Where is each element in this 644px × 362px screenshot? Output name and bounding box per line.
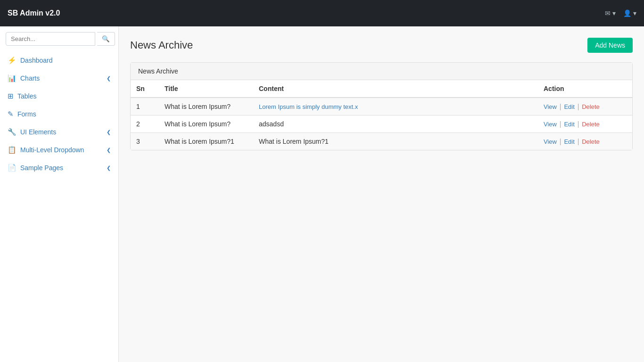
cell-content: adsadsd <box>253 115 538 133</box>
search-button[interactable]: 🔍 <box>97 32 115 46</box>
cell-action: View | Edit | Delete <box>538 98 632 115</box>
cell-action: View | Edit | Delete <box>538 115 632 133</box>
separator: | <box>576 120 581 128</box>
search-icon: 🔍 <box>102 35 110 42</box>
sidebar-item-tables[interactable]: ⊞ Tables <box>0 87 118 105</box>
page-title: News Archive <box>130 39 193 51</box>
cell-title: What is Lorem Ipsum? <box>159 115 253 133</box>
table-row: 2What is Lorem Ipsum?adsadsdView | Edit … <box>131 115 632 133</box>
view-link[interactable]: View <box>544 121 557 128</box>
brand-title: SB Admin v2.0 <box>8 9 60 17</box>
sidebar-item-multi-level[interactable]: 📋 Multi-Level Dropdown <box>0 141 118 159</box>
edit-link[interactable]: Edit <box>564 121 574 128</box>
top-navbar: SB Admin v2.0 ✉ ▾ 👤 ▾ <box>0 0 644 26</box>
table-icon: ⊞ <box>8 92 14 100</box>
user-dropdown-arrow: ▾ <box>633 9 636 17</box>
user-dropdown-button[interactable]: 👤 ▾ <box>623 9 636 17</box>
search-input[interactable] <box>6 32 95 46</box>
news-table: Sn Title Content Action 1What is Lorem I… <box>131 80 632 150</box>
cell-sn: 3 <box>131 133 159 150</box>
separator: | <box>558 120 563 128</box>
cell-content: What is Lorem Ipsum?1 <box>253 133 538 150</box>
chevron-icon <box>107 75 111 82</box>
main-layout: 🔍 ⚡ Dashboard 📊 Charts ⊞ Tables ✎ <box>0 26 644 362</box>
sidebar-item-label: Multi-Level Dropdown <box>20 146 84 154</box>
separator: | <box>558 138 563 145</box>
search-box: 🔍 <box>0 26 118 51</box>
delete-link[interactable]: Delete <box>582 138 600 145</box>
chevron-icon <box>107 165 111 171</box>
sidebar-item-label: Dashboard <box>20 57 53 64</box>
col-header-sn: Sn <box>131 80 159 98</box>
table-row: 1What is Lorem Ipsum?Lorem Ipsum is simp… <box>131 98 632 115</box>
delete-link[interactable]: Delete <box>582 121 600 128</box>
multi-icon: 📋 <box>8 146 17 154</box>
edit-link[interactable]: Edit <box>564 138 574 145</box>
table-row: 3What is Lorem Ipsum?1What is Lorem Ipsu… <box>131 133 632 150</box>
separator: | <box>558 103 563 110</box>
sidebar: 🔍 ⚡ Dashboard 📊 Charts ⊞ Tables ✎ <box>0 26 119 362</box>
sidebar-item-forms[interactable]: ✎ Forms <box>0 105 118 123</box>
cell-sn: 1 <box>131 98 159 115</box>
chevron-icon <box>107 147 111 153</box>
sidebar-item-ui-elements[interactable]: 🔧 UI Elements <box>0 123 118 141</box>
cell-content: Lorem Ipsum is simply dummy text.x <box>253 98 538 115</box>
add-news-button[interactable]: Add News <box>587 38 633 53</box>
col-header-content: Content <box>253 80 538 98</box>
delete-link[interactable]: Delete <box>582 103 600 110</box>
separator: | <box>576 138 581 145</box>
dashboard-icon: ⚡ <box>8 56 17 65</box>
sidebar-item-dashboard[interactable]: ⚡ Dashboard <box>0 51 118 69</box>
view-link[interactable]: View <box>544 103 557 110</box>
view-link[interactable]: View <box>544 138 557 145</box>
sidebar-item-label: Sample Pages <box>20 164 63 172</box>
cell-title: What is Lorem Ipsum?1 <box>159 133 253 150</box>
card-header: News Archive <box>131 63 632 80</box>
sidebar-item-sample-pages[interactable]: 📄 Sample Pages <box>0 159 118 177</box>
sidebar-item-label: Forms <box>17 110 36 118</box>
sidebar-item-label: Tables <box>17 92 36 100</box>
content-link[interactable]: Lorem Ipsum is simply dummy text.x <box>259 103 358 110</box>
page-header: News Archive Add News <box>130 38 633 53</box>
sidebar-item-label: Charts <box>20 74 40 82</box>
separator: | <box>576 103 581 110</box>
chevron-icon <box>107 129 111 135</box>
cell-title: What is Lorem Ipsum? <box>159 98 253 115</box>
col-header-title: Title <box>159 80 253 98</box>
content-area: News Archive Add News News Archive Sn Ti… <box>119 26 644 362</box>
ui-icon: 🔧 <box>8 128 17 136</box>
sidebar-item-label: UI Elements <box>20 128 56 136</box>
col-header-action: Action <box>538 80 632 98</box>
cell-sn: 2 <box>131 115 159 133</box>
envelope-icon: ✉ <box>605 9 611 17</box>
mail-dropdown-arrow: ▾ <box>612 9 616 17</box>
user-icon: 👤 <box>623 9 631 17</box>
mail-dropdown-button[interactable]: ✉ ▾ <box>605 9 616 17</box>
sidebar-item-charts[interactable]: 📊 Charts <box>0 69 118 87</box>
forms-icon: ✎ <box>8 110 14 118</box>
edit-link[interactable]: Edit <box>564 103 574 110</box>
sample-icon: 📄 <box>8 164 17 172</box>
navbar-right: ✉ ▾ 👤 ▾ <box>605 9 636 17</box>
cell-action: View | Edit | Delete <box>538 133 632 150</box>
chart-icon: 📊 <box>8 74 17 82</box>
news-archive-card: News Archive Sn Title Content Action 1Wh… <box>130 62 633 150</box>
